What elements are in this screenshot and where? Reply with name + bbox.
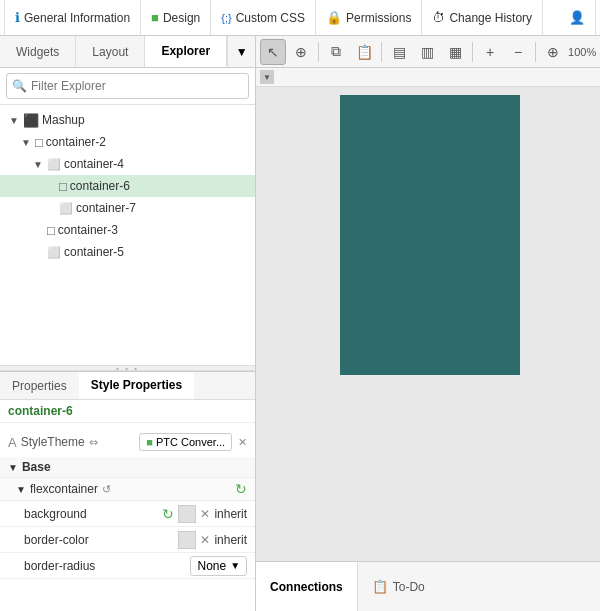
background-label: background (24, 507, 162, 521)
add-icon: + (486, 44, 494, 60)
prop-background: background ↻ ✕ inherit (0, 501, 255, 527)
base-section-arrow-icon: ▼ (8, 462, 18, 473)
chevron-down-icon: ▼ (236, 45, 248, 59)
flexcontainer-reset-icon[interactable]: ↻ (235, 481, 247, 497)
flexcontainer-arrow-icon: ▼ (16, 484, 26, 495)
props-tab-style-properties[interactable]: Style Properties (79, 372, 194, 399)
section-base[interactable]: ▼ Base (0, 457, 255, 478)
tool-rotate-button[interactable]: ⊕ (540, 39, 566, 65)
background-clear-icon[interactable]: ✕ (200, 507, 210, 521)
border-color-swatch[interactable] (178, 531, 196, 549)
props-selected-element: container-6 (0, 400, 255, 423)
expand-container-2-icon[interactable]: ▼ (20, 137, 32, 148)
container-4-node-icon: ⬜ (47, 158, 61, 171)
search-bar: 🔍 (0, 68, 255, 105)
flexcontainer-sync-icon: ↺ (102, 483, 111, 496)
container-4-label: container-4 (64, 157, 124, 171)
nav-custom-css-label: Custom CSS (236, 11, 305, 25)
props-tab-properties[interactable]: Properties (0, 372, 79, 399)
tool-layout3-button[interactable]: ▦ (442, 39, 468, 65)
tool-select-button[interactable]: ↖ (260, 39, 286, 65)
section-base-label: Base (22, 460, 51, 474)
tree-node-container-3[interactable]: □ container-3 (0, 219, 255, 241)
nav-user[interactable]: 👤 (559, 0, 596, 35)
nav-general-information[interactable]: ℹ General Information (4, 0, 141, 35)
left-panel: Widgets Layout Explorer ▼ 🔍 ▼ (0, 36, 256, 611)
style-theme-badge-label: PTC Conver... (156, 436, 225, 448)
props-tab-style-label: Style Properties (91, 378, 182, 392)
background-value: inherit (214, 507, 247, 521)
style-theme-badge[interactable]: ■ PTC Conver... (139, 433, 232, 451)
tab-connections[interactable]: Connections (256, 562, 358, 611)
flexcontainer-label: flexcontainer (30, 482, 98, 496)
border-radius-dropdown-arrow-icon: ▼ (230, 560, 240, 571)
container-3-node-icon: □ (47, 223, 55, 238)
tab-widgets-label: Widgets (16, 45, 59, 59)
tab-explorer[interactable]: Explorer (145, 36, 227, 67)
design-icon: ■ (151, 10, 159, 25)
layout1-icon: ▤ (393, 44, 406, 60)
background-color-swatch[interactable] (178, 505, 196, 523)
background-reset-icon[interactable]: ↻ (162, 506, 174, 522)
tree-node-mashup[interactable]: ▼ ⬛ Mashup (0, 109, 255, 131)
canvas-area[interactable] (256, 87, 600, 561)
border-color-value: inherit (214, 533, 247, 547)
expand-mashup-icon[interactable]: ▼ (8, 115, 20, 126)
background-controls: ↻ ✕ inherit (162, 505, 247, 523)
nav-design[interactable]: ■ Design (141, 0, 211, 35)
history-icon: ⏱ (432, 10, 445, 25)
container-7-label: container-7 (76, 201, 136, 215)
tree-area: ▼ ⬛ Mashup ▼ □ container-2 ▼ ⬜ container… (0, 105, 255, 365)
tree-node-container-4[interactable]: ▼ ⬜ container-4 (0, 153, 255, 175)
nav-permissions-label: Permissions (346, 11, 411, 25)
tool-copy-button[interactable]: ⧉ (323, 39, 349, 65)
border-color-label: border-color (24, 533, 178, 547)
tree-node-container-7[interactable]: ⬜ container-7 (0, 197, 255, 219)
top-nav: ℹ General Information ■ Design {;} Custo… (0, 0, 600, 36)
expand-container-4-icon[interactable]: ▼ (32, 159, 44, 170)
tool-add-widget-button[interactable]: ⊕ (288, 39, 314, 65)
tool-layout2-button[interactable]: ▥ (414, 39, 440, 65)
tab-widgets[interactable]: Widgets (0, 36, 76, 67)
nav-change-history-label: Change History (449, 11, 532, 25)
container-2-label: container-2 (46, 135, 106, 149)
tab-layout-label: Layout (92, 45, 128, 59)
nav-permissions[interactable]: 🔒 Permissions (316, 0, 422, 35)
zoom-level: 100% (568, 46, 596, 58)
sub-section-flexcontainer[interactable]: ▼ flexcontainer ↺ ↻ (0, 478, 255, 501)
style-theme-close-icon[interactable]: ✕ (238, 436, 247, 449)
border-radius-label: border-radius (24, 559, 190, 573)
connections-tab-label: Connections (270, 580, 343, 594)
style-theme-label: A StyleTheme ⇔ (8, 435, 139, 450)
tab-layout[interactable]: Layout (76, 36, 145, 67)
selected-element-label: container-6 (8, 404, 73, 418)
tab-bar: Widgets Layout Explorer ▼ (0, 36, 255, 68)
nav-change-history[interactable]: ⏱ Change History (422, 0, 543, 35)
tab-todo[interactable]: 📋 To-Do (358, 562, 439, 611)
tree-node-container-2[interactable]: ▼ □ container-2 (0, 131, 255, 153)
toolbar-separator-4 (535, 42, 536, 62)
prop-border-color: border-color ✕ inherit (0, 527, 255, 553)
style-theme-link-icon: ⇔ (89, 436, 98, 449)
toolbar-separator-2 (381, 42, 382, 62)
prop-border-radius: border-radius None ▼ (0, 553, 255, 579)
mashup-node-icon: ⬛ (23, 113, 39, 128)
tool-layout1-button[interactable]: ▤ (386, 39, 412, 65)
border-color-clear-icon[interactable]: ✕ (200, 533, 210, 547)
border-radius-dropdown[interactable]: None ▼ (190, 556, 247, 576)
canvas-scroll-down-arrow[interactable]: ▼ (260, 70, 274, 84)
tree-node-container-6[interactable]: □ container-6 (0, 175, 255, 197)
style-theme-row: A StyleTheme ⇔ ■ PTC Conver... ✕ (0, 427, 255, 457)
tool-add-button[interactable]: + (477, 39, 503, 65)
mashup-label: Mashup (42, 113, 85, 127)
info-icon: ℹ (15, 10, 20, 25)
search-input[interactable] (6, 73, 249, 99)
todo-icon: 📋 (372, 579, 388, 594)
tool-paste-button[interactable]: 📋 (351, 39, 377, 65)
tool-remove-button[interactable]: − (505, 39, 531, 65)
remove-icon: − (514, 44, 522, 60)
style-theme-text: StyleTheme (21, 435, 85, 449)
tab-dropdown[interactable]: ▼ (227, 36, 255, 67)
tree-node-container-5[interactable]: ⬜ container-5 (0, 241, 255, 263)
nav-custom-css[interactable]: {;} Custom CSS (211, 0, 316, 35)
